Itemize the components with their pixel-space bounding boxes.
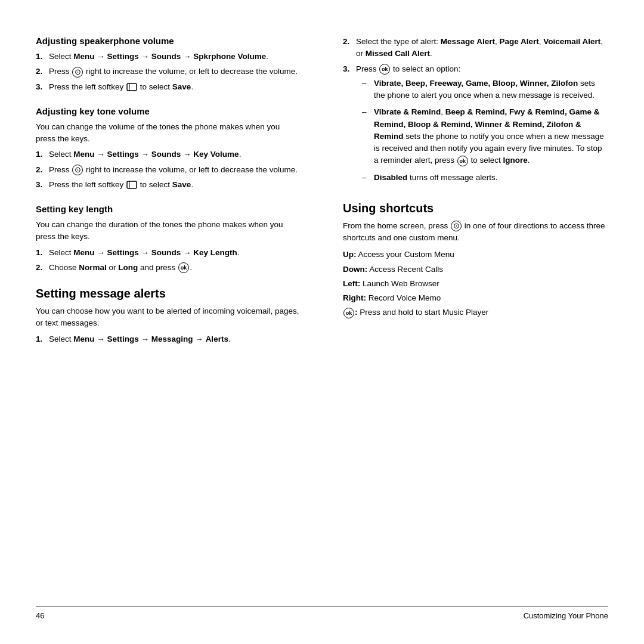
left-column: Adjusting speakerphone volume 1. Select … (36, 36, 313, 600)
right-column: 2. Select the type of alert: Message Ale… (337, 36, 608, 600)
step-content: Press right to increase the volume, or l… (49, 66, 301, 78)
step-content: Press the left softkey to select Save. (49, 179, 301, 191)
step-content: Select Menu → Settings → Sounds → Key Vo… (49, 148, 301, 160)
option-item: – Vibrate & Remind, Beep & Remind, Fwy &… (362, 106, 608, 166)
ok-icon: ok (379, 64, 390, 75)
option-item: – Disabled turns off message alerts. (362, 172, 608, 184)
svg-rect-0 (127, 83, 137, 91)
step-number: 3. (36, 81, 49, 93)
message-alerts-continued-steps: 2. Select the type of alert: Message Ale… (343, 36, 608, 188)
key-tone-steps: 1. Select Menu → Settings → Sounds → Key… (36, 148, 301, 191)
nav-icon (72, 165, 83, 175)
section-title-key-tone: Adjusting key tone volume (36, 106, 301, 116)
direction-right: Right: Record Voice Memo (343, 291, 608, 305)
step-content: Press right to increase the volume, or l… (49, 164, 301, 176)
step-item: 2. Choose Normal or Long and press ok. (36, 262, 301, 274)
footer-page-number: 46 (36, 611, 44, 620)
step-item: 1. Select Menu → Settings → Sounds → Spk… (36, 51, 301, 63)
step-content: Select Menu → Settings → Messaging → Ale… (49, 333, 301, 345)
section-intro-shortcuts: From the home screen, press in one of fo… (343, 220, 608, 244)
ok-icon: ok (457, 156, 468, 166)
direction-ok: ok: Press and hold to start Music Player (343, 305, 608, 320)
step-content: Select the type of alert: Message Alert,… (356, 36, 608, 60)
section-title-speakerphone: Adjusting speakerphone volume (36, 36, 301, 46)
section-intro-key-tone: You can change the volume of the tones t… (36, 121, 301, 145)
dash: – (362, 172, 374, 184)
section-key-tone: Adjusting key tone volume You can change… (36, 106, 301, 191)
content-area: Adjusting speakerphone volume 1. Select … (36, 36, 608, 600)
step-item: 1. Select Menu → Settings → Sounds → Key… (36, 247, 301, 259)
options-list: – Vibrate, Beep, Freeway, Game, Bloop, W… (362, 78, 608, 184)
ok-icon: ok (343, 308, 354, 318)
option-item: – Vibrate, Beep, Freeway, Game, Bloop, W… (362, 78, 608, 102)
step-item: 3. Press the left softkey to select Save… (36, 179, 301, 191)
step-number: 3. (343, 63, 356, 188)
step-item: 1. Select Menu → Settings → Sounds → Key… (36, 148, 301, 160)
step-content: Choose Normal or Long and press ok. (49, 262, 301, 274)
ok-icon: ok (178, 262, 189, 273)
step-number: 2. (36, 164, 49, 176)
step-number: 2. (36, 262, 49, 274)
section-key-length: Setting key length You can change the du… (36, 204, 301, 274)
step-content: Select Menu → Settings → Sounds → Key Le… (49, 247, 301, 259)
step-content: Press the left softkey to select Save. (49, 81, 301, 93)
section-title-key-length: Setting key length (36, 204, 301, 214)
step-item: 2. Select the type of alert: Message Ale… (343, 36, 608, 60)
key-length-steps: 1. Select Menu → Settings → Sounds → Key… (36, 247, 301, 274)
step-number: 1. (36, 247, 49, 259)
section-title-message-alerts: Setting message alerts (36, 287, 301, 301)
dash: – (362, 106, 374, 166)
footer-chapter: Customizing Your Phone (524, 611, 608, 620)
dash: – (362, 78, 374, 102)
step-item: 3. Press the left softkey to select Save… (36, 81, 301, 93)
step-number: 2. (343, 36, 356, 60)
message-alerts-steps: 1. Select Menu → Settings → Messaging → … (36, 333, 301, 345)
step-number: 1. (36, 333, 49, 345)
step-number: 2. (36, 66, 49, 78)
step-content: Select Menu → Settings → Sounds → Spkrph… (49, 51, 301, 63)
direction-left: Left: Launch Web Browser (343, 277, 608, 291)
section-message-alerts-continued: 2. Select the type of alert: Message Ale… (343, 36, 608, 188)
step-item: 3. Press ok to select an option: – Vibra… (343, 63, 608, 188)
section-using-shortcuts: Using shortcuts From the home screen, pr… (343, 202, 608, 320)
step-number: 1. (36, 148, 49, 160)
step-number: 3. (36, 179, 49, 191)
section-title-shortcuts: Using shortcuts (343, 202, 608, 215)
step-number: 1. (36, 51, 49, 63)
page: Adjusting speakerphone volume 1. Select … (0, 0, 644, 644)
section-message-alerts: Setting message alerts You can choose ho… (36, 287, 301, 345)
softkey-icon (126, 181, 137, 189)
section-intro-key-length: You can change the duration of the tones… (36, 219, 301, 243)
option-content: Vibrate, Beep, Freeway, Game, Bloop, Win… (374, 78, 608, 102)
option-content: Disabled turns off message alerts. (374, 172, 498, 184)
nav-icon (451, 221, 462, 231)
step-item: 2. Press right to increase the volume, o… (36, 66, 301, 78)
svg-rect-2 (127, 181, 137, 188)
section-intro-message-alerts: You can choose how you want to be alerte… (36, 305, 301, 330)
softkey-icon (126, 83, 137, 91)
step-item: 1. Select Menu → Settings → Messaging → … (36, 333, 301, 345)
step-content: Press ok to select an option: – Vibrate,… (356, 63, 608, 188)
shortcuts-directions: Up: Access your Custom Menu Down: Access… (343, 247, 608, 320)
direction-up: Up: Access your Custom Menu (343, 247, 608, 262)
nav-icon (72, 67, 83, 78)
footer: 46 Customizing Your Phone (36, 606, 608, 620)
step-item: 2. Press right to increase the volume, o… (36, 164, 301, 176)
speakerphone-steps: 1. Select Menu → Settings → Sounds → Spk… (36, 51, 301, 93)
direction-down: Down: Access Recent Calls (343, 262, 608, 277)
option-content: Vibrate & Remind, Beep & Remind, Fwy & R… (374, 106, 608, 166)
section-speakerphone: Adjusting speakerphone volume 1. Select … (36, 36, 301, 93)
